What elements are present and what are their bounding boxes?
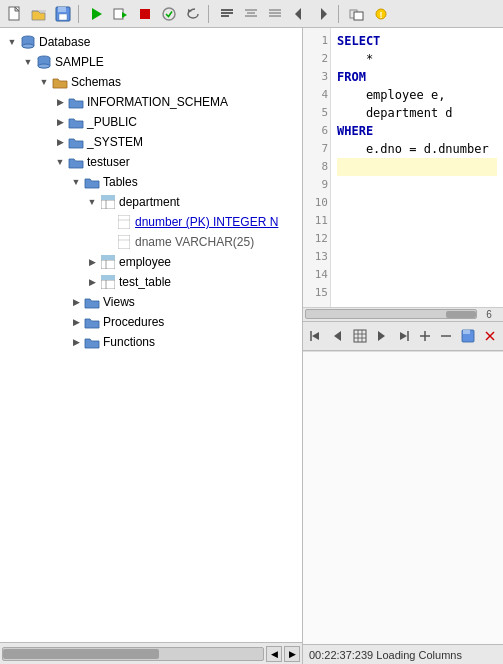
information-schema-icon: [68, 94, 84, 110]
tree-node-schemas[interactable]: ▼ Schemas: [0, 72, 302, 92]
svg-rect-6: [114, 9, 123, 19]
result-grid-btn[interactable]: [350, 325, 369, 347]
where-keyword: WHERE: [337, 122, 373, 140]
schemas-label: Schemas: [71, 75, 121, 89]
toggle-sample[interactable]: ▼: [20, 54, 36, 70]
toggle-database[interactable]: ▼: [4, 34, 20, 50]
svg-marker-56: [400, 332, 407, 340]
tree-node-views[interactable]: ▶ Views: [0, 292, 302, 312]
toolbar-new-btn[interactable]: [4, 3, 26, 25]
tree-node-procedures[interactable]: ▶ Procedures: [0, 312, 302, 332]
svg-point-9: [163, 8, 175, 20]
svg-rect-8: [140, 9, 150, 19]
result-save-btn[interactable]: [459, 325, 478, 347]
sql-line-4: employee e,: [337, 86, 497, 104]
result-delete-btn[interactable]: [437, 325, 456, 347]
toolbar-fwd-btn[interactable]: [312, 3, 334, 25]
status-message: Loading Columns: [376, 649, 462, 661]
svg-marker-54: [378, 331, 385, 341]
where-condition: e.dno = d.dnumber: [337, 140, 489, 158]
sql-text-area[interactable]: SELECT * FROM employee e, department d W…: [331, 28, 503, 307]
database-icon: [20, 34, 36, 50]
tree-node-public[interactable]: ▶ _PUBLIC: [0, 112, 302, 132]
tree-node-database[interactable]: ▼ Database: [0, 32, 302, 52]
result-toolbar: [303, 321, 503, 351]
tree-node-department[interactable]: ▼ department: [0, 192, 302, 212]
nav-prev-btn[interactable]: ◀: [266, 646, 282, 662]
toolbar-extra2-btn[interactable]: !: [370, 3, 392, 25]
toolbar-format-btn[interactable]: [216, 3, 238, 25]
procedures-folder-icon: [84, 314, 100, 330]
result-last-btn[interactable]: [394, 325, 413, 347]
main-toolbar: !: [0, 0, 503, 28]
toggle-schemas[interactable]: ▼: [36, 74, 52, 90]
toolbar-run2-btn[interactable]: [110, 3, 132, 25]
toggle-tables[interactable]: ▼: [68, 174, 84, 190]
toolbar-stop-btn[interactable]: [134, 3, 156, 25]
h-scroll-thumb[interactable]: [446, 311, 476, 318]
svg-point-27: [22, 44, 34, 48]
toolbar-back-btn[interactable]: [288, 3, 310, 25]
tree-node-system[interactable]: ▶ _SYSTEM: [0, 132, 302, 152]
tree-node-information-schema[interactable]: ▶ INFORMATION_SCHEMA: [0, 92, 302, 112]
tree-node-test-table[interactable]: ▶ test_table: [0, 272, 302, 292]
toolbar-extra-btn[interactable]: [346, 3, 368, 25]
toggle-public[interactable]: ▶: [52, 114, 68, 130]
from-keyword: FROM: [337, 68, 366, 86]
left-panel: ▼ Database ▼ SAMPLE ▼ Schemas: [0, 28, 303, 664]
toggle-employee[interactable]: ▶: [84, 254, 100, 270]
public-label: _PUBLIC: [87, 115, 137, 129]
h-scroll-track[interactable]: [305, 309, 477, 319]
toggle-system[interactable]: ▶: [52, 134, 68, 150]
sql-line-6: WHERE: [337, 122, 497, 140]
left-scrollbar-track[interactable]: [2, 647, 264, 661]
result-next-btn[interactable]: [372, 325, 391, 347]
result-first-btn[interactable]: [307, 325, 326, 347]
toggle-testuser[interactable]: ▼: [52, 154, 68, 170]
functions-label: Functions: [103, 335, 155, 349]
toggle-functions[interactable]: ▶: [68, 334, 84, 350]
tree-node-dnumber[interactable]: ▶ dnumber (PK) INTEGER N: [0, 212, 302, 232]
toolbar-commit-btn[interactable]: [158, 3, 180, 25]
dnumber-label[interactable]: dnumber (PK) INTEGER N: [135, 215, 278, 229]
svg-marker-7: [122, 12, 127, 18]
tables-folder-icon: [84, 174, 100, 190]
sql-line-3: FROM: [337, 68, 497, 86]
tree-node-sample[interactable]: ▼ SAMPLE: [0, 52, 302, 72]
sql-line-7: e.dno = d.dnumber: [337, 140, 497, 158]
toolbar-save-btn[interactable]: [52, 3, 74, 25]
asterisk: *: [337, 50, 373, 68]
tree-node-dname[interactable]: ▶ dname VARCHAR(25): [0, 232, 302, 252]
toggle-test-table[interactable]: ▶: [84, 274, 100, 290]
toolbar-rollback-btn[interactable]: [182, 3, 204, 25]
department-table-icon: [100, 194, 116, 210]
tree-area[interactable]: ▼ Database ▼ SAMPLE ▼ Schemas: [0, 28, 302, 642]
toggle-procedures[interactable]: ▶: [68, 314, 84, 330]
toolbar-open-btn[interactable]: [28, 3, 50, 25]
tree-node-tables[interactable]: ▼ Tables: [0, 172, 302, 192]
sql-line-8: [337, 158, 497, 176]
from-department: department d: [337, 104, 453, 122]
sql-line-14: [337, 266, 497, 284]
toolbar-align2-btn[interactable]: [264, 3, 286, 25]
toggle-views[interactable]: ▶: [68, 294, 84, 310]
left-scrollbar-thumb[interactable]: [3, 649, 159, 659]
toggle-department[interactable]: ▼: [84, 194, 100, 210]
h-scroll-area: 6: [303, 307, 503, 321]
line-numbers: 1 2 3 4 5 6 7 8 9 10 11 12 13 14 15: [303, 28, 331, 307]
result-prev-btn[interactable]: [329, 325, 348, 347]
result-cancel-btn[interactable]: [480, 325, 499, 347]
toggle-information-schema[interactable]: ▶: [52, 94, 68, 110]
nav-next-btn[interactable]: ▶: [284, 646, 300, 662]
svg-rect-36: [118, 235, 130, 249]
tree-node-functions[interactable]: ▶ Functions: [0, 332, 302, 352]
toolbar-run-btn[interactable]: [86, 3, 108, 25]
information-schema-label: INFORMATION_SCHEMA: [87, 95, 228, 109]
toolbar-align-btn[interactable]: [240, 3, 262, 25]
tree-node-employee[interactable]: ▶ employee: [0, 252, 302, 272]
svg-rect-33: [101, 195, 115, 200]
public-schema-icon: [68, 114, 84, 130]
result-area[interactable]: [303, 351, 503, 645]
result-add-btn[interactable]: [415, 325, 434, 347]
tree-node-testuser[interactable]: ▼ testuser: [0, 152, 302, 172]
